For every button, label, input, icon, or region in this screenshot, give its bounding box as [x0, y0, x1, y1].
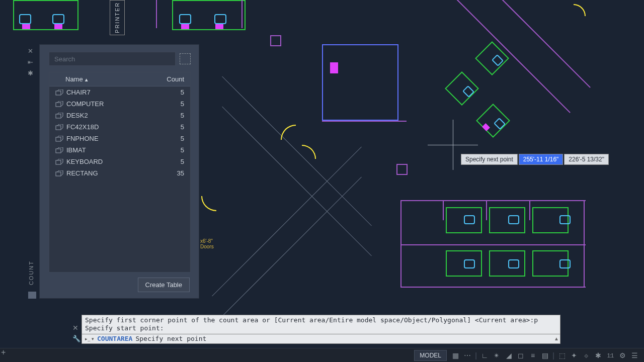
- ortho-icon[interactable]: ∟: [479, 350, 490, 361]
- row-name: DESK2: [66, 112, 154, 119]
- row-count: 5: [154, 112, 184, 119]
- row-count: 5: [154, 135, 184, 142]
- row-name: COMPUTER: [66, 100, 154, 108]
- table-row[interactable]: IBMAT5: [49, 144, 190, 156]
- row-name: RECTANG: [66, 169, 154, 177]
- block-icon: [55, 159, 63, 165]
- command-line[interactable]: ✕ 🔧 Specify first corner point of the co…: [82, 315, 560, 344]
- cmdline-customize-icon[interactable]: 🔧: [72, 335, 80, 342]
- sort-asc-icon: ▲: [84, 77, 89, 82]
- dynamic-coord-y[interactable]: 226'-5 13/32": [564, 154, 609, 165]
- row-name: FNPHONE: [66, 135, 154, 142]
- dynamic-prompt: Specify next point: [461, 154, 518, 165]
- selection-window-icon[interactable]: [180, 53, 191, 64]
- svg-rect-4: [56, 137, 61, 141]
- column-name-header[interactable]: Name▲: [55, 75, 154, 83]
- row-name: CHAIR7: [66, 88, 154, 96]
- palette-footer-icon[interactable]: [28, 292, 36, 299]
- row-count: 5: [154, 146, 184, 154]
- printer-label: PRINTER: [110, 0, 125, 35]
- block-icon: [55, 113, 63, 119]
- polar-icon[interactable]: ✴: [491, 350, 502, 361]
- model-space-button[interactable]: MODEL: [414, 350, 447, 361]
- doors-label: x6'-8" Doors: [200, 238, 214, 249]
- dynamic-coord-x[interactable]: 255'-11 1/16": [519, 154, 564, 165]
- column-count-header[interactable]: Count: [154, 75, 184, 83]
- count-palette: Name▲ Count CHAIR75COMPUTER5DESK25FC42X1…: [39, 44, 199, 299]
- palette-title: COUNT: [28, 260, 34, 285]
- block-icon: [55, 124, 63, 130]
- row-count: 5: [154, 123, 184, 131]
- count-table: Name▲ Count CHAIR75COMPUTER5DESK25FC42X1…: [49, 72, 191, 273]
- svg-rect-2: [56, 114, 61, 118]
- gizmo-icon[interactable]: ✱: [593, 350, 604, 361]
- cmd-expand-icon[interactable]: ▲: [554, 336, 560, 341]
- dynamic-ucs-icon[interactable]: ⟐: [581, 350, 592, 361]
- table-row[interactable]: DESK25: [49, 110, 190, 121]
- row-count: 35: [154, 169, 184, 177]
- table-row[interactable]: FC42X18D5: [49, 121, 190, 133]
- selection-cycling-icon[interactable]: ⬚: [556, 350, 568, 361]
- svg-rect-3: [56, 126, 61, 130]
- block-icon: [55, 170, 63, 176]
- block-icon: [55, 89, 63, 96]
- table-row[interactable]: COMPUTER5: [49, 98, 190, 110]
- lineweight-icon[interactable]: ≡: [527, 350, 538, 361]
- svg-rect-1: [56, 103, 61, 107]
- options-icon[interactable]: ✱: [26, 69, 34, 77]
- block-icon: [55, 147, 63, 153]
- svg-rect-5: [56, 149, 61, 153]
- command-history: Specify first corner point of the count …: [82, 315, 560, 334]
- create-table-button[interactable]: Create Table: [138, 278, 190, 292]
- 3dosnap-icon[interactable]: ✦: [569, 350, 580, 361]
- snap-icon[interactable]: ⋯: [462, 350, 473, 361]
- status-bar: MODEL ▦ ⋯ | ∟ ✴ ◢ ◻ ≡ ▤ | ⬚ ✦ ⟐ ✱ 1:1 ⚙ …: [0, 348, 644, 362]
- close-icon[interactable]: ✕: [26, 47, 34, 55]
- ucs-icon-corner: +: [1, 348, 6, 357]
- svg-rect-0: [56, 91, 61, 95]
- svg-rect-7: [56, 172, 61, 176]
- table-row[interactable]: KEYBOARD5: [49, 156, 190, 167]
- command-input[interactable]: ▸_ ▾ COUNTAREA Specify next point ▲: [82, 334, 560, 344]
- cmd-prompt-icon: ▸_ ▾: [82, 336, 97, 341]
- svg-rect-6: [56, 160, 61, 164]
- table-row[interactable]: FNPHONE5: [49, 133, 190, 144]
- workspace-icon[interactable]: ⚙: [617, 350, 628, 361]
- table-row[interactable]: RECTANG35: [49, 167, 190, 179]
- osnap-icon[interactable]: ◻: [515, 350, 526, 361]
- transparency-icon[interactable]: ▤: [539, 350, 550, 361]
- customization-icon[interactable]: ☰: [629, 350, 640, 361]
- row-name: FC42X18D: [66, 123, 154, 131]
- grid-icon[interactable]: ▦: [450, 350, 461, 361]
- pin-icon[interactable]: ⇤: [26, 58, 34, 66]
- table-row[interactable]: CHAIR75: [49, 86, 190, 98]
- row-count: 5: [154, 100, 184, 108]
- row-name: KEYBOARD: [66, 158, 154, 165]
- dynamic-input: Specify next point 255'-11 1/16" 226'-5 …: [461, 154, 609, 165]
- annotation-scale[interactable]: 1:1: [605, 350, 616, 361]
- row-count: 5: [154, 88, 184, 96]
- block-icon: [55, 136, 63, 142]
- block-icon: [55, 101, 63, 107]
- search-input[interactable]: [49, 52, 176, 66]
- active-command-name: COUNTAREA: [97, 335, 132, 342]
- row-name: IBMAT: [66, 146, 154, 154]
- cmdline-close-icon[interactable]: ✕: [72, 324, 78, 332]
- isodraft-icon[interactable]: ◢: [503, 350, 514, 361]
- active-command-prompt: Specify next point: [135, 335, 206, 342]
- row-count: 5: [154, 158, 184, 165]
